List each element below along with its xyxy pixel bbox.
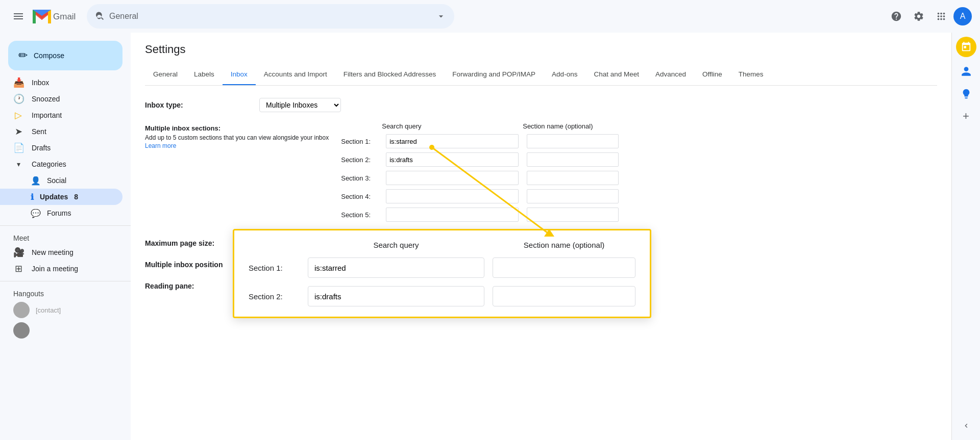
topbar-right: A	[886, 6, 972, 27]
right-sidebar-expander[interactable]	[956, 416, 976, 436]
right-sidebar-add-icon[interactable]: +	[956, 106, 976, 126]
svg-text:Gmail: Gmail	[53, 12, 76, 21]
overlay-header-row: Search query Section name (optional)	[249, 241, 635, 249]
settings-title: Settings	[145, 43, 937, 56]
tab-offline[interactable]: Offline	[694, 64, 730, 86]
section-row-3: Section 3:	[341, 171, 937, 185]
menu-icon[interactable]	[8, 6, 29, 27]
hangout-name: [contact]	[36, 306, 61, 314]
section-2-name-input[interactable]	[527, 152, 619, 167]
help-button[interactable]	[886, 6, 906, 27]
multiple-inbox-desc: Add up to 5 custom sections that you can…	[145, 134, 329, 141]
sidebar-item-new-meeting[interactable]: 🎥 New meeting	[0, 244, 122, 261]
tab-advanced[interactable]: Advanced	[647, 64, 694, 86]
inbox-type-label: Inbox type:	[145, 98, 247, 109]
sidebar-item-updates[interactable]: ℹ Updates 8	[0, 189, 122, 205]
svg-rect-3	[33, 10, 36, 23]
sidebar-item-social[interactable]: 👤 Social	[0, 172, 122, 189]
sidebar-item-drafts[interactable]: 📄 Drafts	[0, 140, 122, 156]
search-dropdown-icon[interactable]	[436, 11, 446, 21]
tab-labels[interactable]: Labels	[186, 64, 223, 86]
main-content: Settings General Labels Inbox Accounts a…	[131, 33, 951, 440]
section-5-name-input[interactable]	[527, 208, 619, 222]
hangout-item-2[interactable]	[0, 320, 131, 341]
search-bar[interactable]	[87, 4, 454, 29]
section-3-query-input[interactable]	[386, 171, 519, 185]
right-sidebar-contacts-icon[interactable]	[956, 61, 976, 82]
compose-label: Compose	[34, 51, 64, 60]
tab-inbox[interactable]: Inbox	[223, 64, 256, 86]
sidebar-divider	[0, 225, 131, 226]
sidebar-divider	[0, 281, 131, 281]
overlay-section-1-label: Section 1:	[249, 264, 300, 272]
section-4-query-input[interactable]	[386, 189, 519, 203]
overlay-section-2-name[interactable]	[493, 286, 635, 306]
section-1-query-input[interactable]	[386, 134, 519, 148]
svg-rect-4	[48, 10, 51, 23]
reading-pane-label: Reading pane:	[145, 279, 247, 290]
grid-icon: ⊞	[13, 263, 23, 274]
max-page-size-label: Maximum page size:	[145, 236, 247, 247]
section-3-name-input[interactable]	[527, 171, 619, 185]
chevron-down-icon: ▾	[13, 160, 23, 168]
inbox-type-content: Multiple Inboxes Default Important first…	[259, 98, 937, 112]
tab-general[interactable]: General	[145, 64, 186, 86]
important-icon: ▷	[13, 110, 23, 121]
sidebar-item-important[interactable]: ▷ Important	[0, 107, 122, 123]
tab-addons[interactable]: Add-ons	[544, 64, 585, 86]
overlay-section-1-name[interactable]	[493, 257, 635, 278]
topbar: Gmail A	[0, 0, 980, 33]
sidebar-item-sent[interactable]: ➤ Sent	[0, 123, 122, 140]
overlay-row-1: Section 1:	[249, 257, 635, 278]
tab-accounts[interactable]: Accounts and Import	[256, 64, 335, 86]
sidebar-item-join-meeting[interactable]: ⊞ Join a meeting	[0, 261, 122, 277]
sidebar-item-forums[interactable]: 💬 Forums	[0, 205, 122, 221]
hangout-avatar	[13, 302, 30, 318]
inbox-icon: 📥	[13, 77, 23, 88]
settings-tabs: General Labels Inbox Accounts and Import…	[145, 64, 937, 86]
sidebar-item-snoozed[interactable]: 🕐 Snoozed	[0, 91, 122, 107]
sidebar-item-label: Forums	[47, 209, 71, 217]
updates-badge: 8	[74, 193, 78, 201]
apps-button[interactable]	[931, 6, 951, 27]
settings-button[interactable]	[909, 6, 929, 27]
inbox-type-select[interactable]: Multiple Inboxes Default Important first…	[259, 98, 341, 112]
search-query-header: Search query	[382, 122, 514, 130]
overlay-section-2-label: Section 2:	[249, 292, 300, 301]
hangout-item-1[interactable]: [contact]	[0, 300, 131, 320]
overlay-section-2-query[interactable]	[308, 286, 484, 306]
sent-icon: ➤	[13, 126, 23, 137]
inbox-type-row: Inbox type: Multiple Inboxes Default Imp…	[145, 98, 937, 112]
section-5-label: Section 5:	[341, 211, 378, 219]
right-sidebar: +	[951, 33, 980, 440]
social-icon: 👤	[31, 176, 41, 186]
avatar[interactable]: A	[953, 7, 972, 25]
search-input[interactable]	[109, 12, 432, 21]
sidebar-item-label: Social	[47, 176, 66, 185]
multiple-inbox-position-label: Multiple inbox position	[145, 257, 247, 269]
section-5-query-input[interactable]	[386, 208, 519, 222]
sidebar-item-inbox[interactable]: 📥 Inbox	[0, 74, 122, 91]
tab-themes[interactable]: Themes	[730, 64, 772, 86]
section-4-name-input[interactable]	[527, 189, 619, 203]
sidebar-item-categories[interactable]: ▾ Categories	[0, 156, 122, 172]
compose-button[interactable]: ✏ Compose	[8, 41, 122, 70]
snoozed-icon: 🕐	[13, 93, 23, 105]
tab-forwarding[interactable]: Forwarding and POP/IMAP	[444, 64, 544, 86]
tab-chatmeet[interactable]: Chat and Meet	[585, 64, 647, 86]
sidebar-item-label: Important	[32, 111, 62, 119]
section-1-name-input[interactable]	[527, 134, 619, 148]
search-icon	[95, 11, 105, 21]
sidebar-item-label: Sent	[32, 127, 46, 136]
sidebar-item-label: New meeting	[32, 248, 74, 256]
learn-more-link[interactable]: Learn more	[145, 142, 176, 149]
right-sidebar-calendar-icon[interactable]	[956, 37, 976, 57]
section-3-label: Section 3:	[341, 174, 378, 182]
table-header-row: Search query Section name (optional)	[382, 122, 937, 130]
section-2-query-input[interactable]	[386, 152, 519, 167]
tab-filters[interactable]: Filters and Blocked Addresses	[335, 64, 445, 86]
sidebar-item-label: Updates	[40, 193, 68, 201]
right-sidebar-keep-icon[interactable]	[956, 84, 976, 104]
overlay-section-1-query[interactable]	[308, 257, 484, 278]
section-row-1: Section 1:	[341, 134, 937, 148]
